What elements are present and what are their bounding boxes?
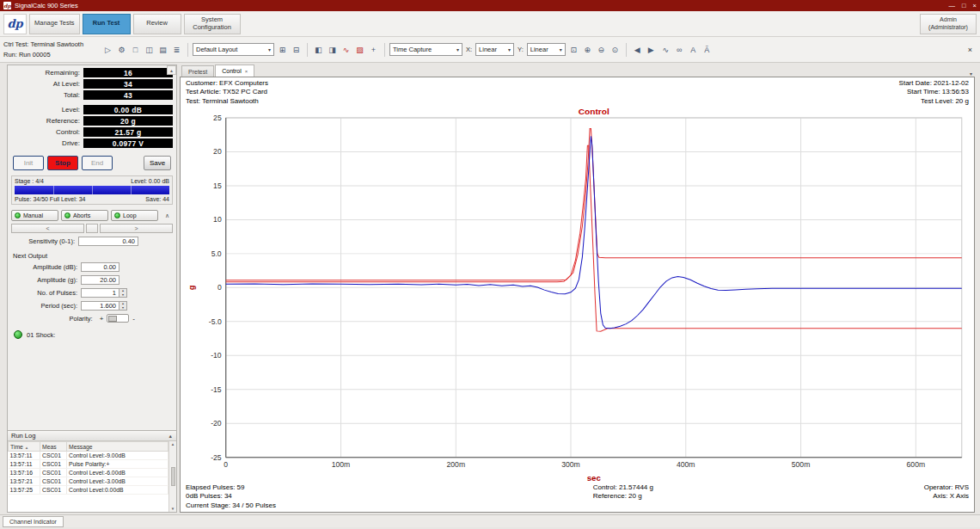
pulses-input[interactable]: 1 (81, 288, 119, 298)
tab-run-test[interactable]: Run Test (83, 14, 131, 34)
tab-manage-tests[interactable]: Manage Tests (29, 14, 80, 34)
test-level-label: Test Level: 20 g (899, 97, 969, 106)
signal-type-select[interactable]: Time Capture ▾ (389, 43, 462, 56)
previous-button[interactable]: < (11, 224, 84, 233)
cursor-icon[interactable]: + (367, 43, 380, 56)
manual-led-icon (15, 212, 21, 218)
link-icon[interactable]: ∞ (673, 43, 686, 56)
nav-handle[interactable] (86, 224, 98, 233)
polarity-plus-label: + (100, 315, 104, 323)
column-header-meas[interactable]: Meas (40, 442, 67, 452)
run-log-collapse-icon[interactable]: ▲ (168, 434, 173, 439)
collapse-section-icon[interactable]: ∧ (162, 211, 173, 221)
sensitivity-row: Sensitivity (0-1): 0.40 (11, 237, 173, 246)
y-scale-select[interactable]: Linear ▾ (527, 43, 566, 56)
svg-text:20: 20 (213, 148, 222, 157)
tab-overflow-icon[interactable]: ▾ (967, 71, 975, 77)
pulses-stepper[interactable]: ▴ ▾ (119, 288, 127, 298)
run-log-row[interactable]: 13:57:25CSC01Control Level:0.00dB (9, 486, 168, 495)
settings-icon[interactable]: ⚙ (115, 43, 128, 56)
tab-close-icon[interactable]: × (245, 69, 248, 74)
zoom-in-icon[interactable]: ⊕ (581, 43, 594, 56)
aborts-toggle[interactable]: Aborts (61, 210, 108, 221)
start-icon[interactable]: ▷ (101, 43, 114, 56)
minimize-icon[interactable]: — (949, 2, 956, 9)
split-pane-icon[interactable]: ◨ (326, 43, 339, 56)
manual-toggle[interactable]: Manual (11, 210, 58, 221)
ctrl-test-label: Ctrl Test: Terminal Sawtooth (3, 40, 100, 50)
scroll-thumb[interactable] (171, 467, 175, 486)
run-log-row[interactable]: 13:57:11CSC01Pulse Polarity:+ (9, 460, 168, 469)
period-stepper[interactable]: ▴ ▾ (119, 301, 127, 311)
text-wave-icon[interactable]: Ã (701, 43, 714, 56)
tab-system-configuration[interactable]: System Configuration (184, 14, 241, 34)
polarity-thumb[interactable] (108, 316, 117, 322)
dp-logo: dp (3, 14, 27, 34)
column-header-time[interactable]: Time ▲ (9, 442, 40, 452)
sort-asc-icon: ▲ (25, 446, 28, 450)
stop-button[interactable]: Stop (47, 156, 78, 170)
polarity-toggle[interactable] (107, 314, 129, 323)
add-pane-icon[interactable]: ◧ (312, 43, 325, 56)
at-level-value: 34 (83, 79, 173, 89)
sensitivity-input[interactable]: 0.40 (78, 237, 138, 246)
tab-review[interactable]: Review (133, 14, 181, 34)
save-button[interactable]: Save (144, 156, 171, 170)
tab-control[interactable]: Control × (215, 65, 254, 77)
zoom-fit-icon[interactable]: ⊡ (567, 43, 580, 56)
scroll-down-icon[interactable]: ▼ (171, 507, 175, 511)
readout-drive: Drive: 0.0977 V (11, 138, 173, 148)
scroll-up-icon[interactable]: ▲ (171, 442, 175, 446)
run-log-row[interactable]: 13:57:16CSC01Control Level:-6.00dB (9, 469, 168, 477)
save-layout-icon[interactable]: ⊟ (290, 43, 303, 56)
amplitude-g-input[interactable]: 20.00 (81, 275, 119, 285)
text-a-icon[interactable]: A (687, 43, 700, 56)
column-header-message[interactable]: Message (67, 442, 168, 452)
run-log-row[interactable]: 13:57:11CSC01Control Level:-9.00dB (9, 452, 168, 460)
tab-pretest[interactable]: Pretest (181, 65, 214, 77)
admin-role: (Administrator) (928, 24, 968, 31)
readouts: Remaining: 16 At Level: 34 Total: 43 Lev… (8, 65, 176, 150)
close-icon[interactable]: × (973, 2, 977, 9)
stop-icon[interactable]: □ (129, 43, 142, 56)
close-pane-icon[interactable]: × (964, 43, 977, 56)
waveform-icon[interactable]: ∿ (659, 43, 672, 56)
abort-limits-icon[interactable]: ▨ (353, 43, 366, 56)
spin-down-icon[interactable]: ▾ (119, 306, 126, 311)
pulse-nav: < > (11, 224, 173, 233)
next-button[interactable]: > (100, 224, 173, 233)
operator-label: Operator: RVS (797, 483, 969, 492)
zoom-out-icon[interactable]: ⊖ (595, 43, 608, 56)
pan-left-icon[interactable]: ◀ (631, 43, 644, 56)
init-button[interactable]: Init (13, 156, 44, 170)
main-content: ▲ Remaining: 16 At Level: 34 Total: 43 L… (0, 63, 980, 514)
panel-scroll-up-icon[interactable]: ▲ (167, 65, 176, 75)
run-log-row[interactable]: 13:57:21CSC01Control Level:-3.00dB (9, 477, 168, 486)
layout-select[interactable]: Default Layout ▾ (193, 43, 274, 56)
run-log-header[interactable]: Run Log ▲ (8, 431, 176, 441)
pan-right-icon[interactable]: ▶ (645, 43, 658, 56)
run-buttons: Init Stop End Save (13, 156, 171, 170)
spin-down-icon[interactable]: ▾ (119, 293, 126, 298)
new-layout-icon[interactable]: ⊞ (276, 43, 289, 56)
admin-user-button[interactable]: Admin (Administrator) (920, 14, 977, 34)
status-bar: Channel Indicator (0, 514, 980, 527)
control-plot[interactable]: 252015105.00-5.0-10-15-20-250100m200m300… (181, 106, 974, 483)
run-log-scrollbar[interactable]: ▲ ▼ (168, 441, 176, 512)
zoom-box-icon[interactable]: ⊙ (609, 43, 622, 56)
pause-icon[interactable]: ◫ (143, 43, 156, 56)
period-input[interactable]: 1.600 (81, 301, 119, 311)
run-control-panel: ▲ Remaining: 16 At Level: 34 Total: 43 L… (7, 65, 177, 513)
amplitude-db-input[interactable]: 0.00 (81, 262, 119, 272)
report-icon[interactable]: ▤ (156, 43, 169, 56)
list-icon[interactable]: ≣ (170, 43, 183, 56)
chart-header: Customer: EFX Computers Test Article: TX… (181, 77, 974, 106)
trace-overlay-icon[interactable]: ∿ (340, 43, 352, 56)
restore-icon[interactable]: □ (962, 2, 966, 9)
stage-label: Stage : 4/4 (15, 178, 44, 184)
end-button[interactable]: End (82, 156, 113, 170)
remaining-value: 16 (83, 68, 173, 77)
loop-toggle[interactable]: Loop (111, 210, 158, 221)
x-scale-select[interactable]: Linear ▾ (475, 43, 514, 56)
channel-indicator-tab[interactable]: Channel Indicator (3, 516, 64, 527)
